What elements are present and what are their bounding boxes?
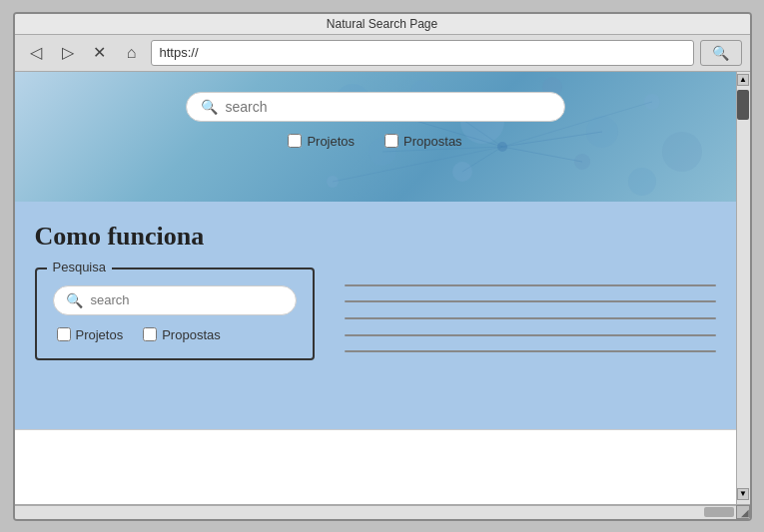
forward-icon: ▷ — [62, 43, 74, 62]
scrollbar-track[interactable]: ▲ ▼ — [736, 72, 750, 504]
back-icon: ◁ — [30, 43, 42, 62]
hero-checkboxes: Projetos Propostas — [186, 134, 565, 149]
deco-line-2 — [345, 300, 716, 302]
nav-search-button[interactable]: 🔍 — [700, 40, 742, 66]
browser-content: 🔍 Projetos Propostas — [15, 72, 750, 504]
panel-propostas-checkbox[interactable] — [143, 327, 157, 341]
hero-projetos-label: Projetos — [307, 134, 355, 149]
svg-point-6 — [662, 132, 702, 172]
panel-checkbox-projetos[interactable]: Projetos — [57, 327, 124, 342]
close-icon: ✕ — [93, 43, 106, 62]
panel-search-box: 🔍 — [53, 285, 297, 315]
hero-propostas-checkbox[interactable] — [384, 134, 398, 148]
hero-propostas-label: Propostas — [403, 134, 462, 149]
nav-search-icon: 🔍 — [712, 45, 729, 61]
hero-banner: 🔍 Projetos Propostas — [15, 72, 736, 202]
panel-checkboxes: Projetos Propostas — [53, 327, 297, 342]
deco-line-4 — [345, 334, 716, 336]
h-scrollbar[interactable] — [15, 505, 736, 519]
nav-bar: ◁ ▷ ✕ ⌂ 🔍 — [15, 35, 750, 72]
lines-decoration — [345, 267, 716, 360]
browser-window: Natural Search Page ◁ ▷ ✕ ⌂ 🔍 — [13, 12, 752, 521]
title-bar: Natural Search Page — [15, 14, 750, 35]
deco-line-3 — [345, 317, 716, 319]
hero-search-input[interactable] — [226, 99, 550, 115]
scrollbar-bottom: ▼ — [737, 488, 749, 504]
page-title: Natural Search Page — [327, 17, 437, 31]
panel-projetos-checkbox[interactable] — [57, 327, 71, 341]
resize-corner[interactable] — [736, 505, 750, 519]
url-input[interactable] — [151, 40, 694, 66]
panel-search-icon: 🔍 — [66, 292, 83, 308]
panel-propostas-label: Propostas — [162, 327, 221, 342]
home-button[interactable]: ⌂ — [119, 40, 145, 66]
scrollbar-up-arrow[interactable]: ▲ — [737, 74, 749, 86]
forward-button[interactable]: ▷ — [55, 40, 81, 66]
page-content: 🔍 Projetos Propostas — [15, 72, 736, 504]
deco-line-5 — [345, 350, 716, 352]
hero-projetos-checkbox[interactable] — [288, 134, 302, 148]
bottom-bar — [15, 504, 750, 519]
home-icon: ⌂ — [127, 44, 137, 62]
close-button[interactable]: ✕ — [87, 40, 113, 66]
main-section: Como funciona Pesquisa 🔍 Projetos — [15, 202, 736, 429]
h-scrollbar-thumb[interactable] — [704, 507, 734, 517]
bottom-area — [15, 429, 736, 504]
svg-point-10 — [628, 168, 656, 196]
section-title: Como funciona — [35, 222, 716, 252]
deco-line-1 — [345, 284, 716, 286]
panel-search-input[interactable] — [91, 292, 284, 307]
panel-projetos-label: Projetos — [76, 327, 124, 342]
svg-line-20 — [333, 147, 502, 182]
hero-search-icon: 🔍 — [201, 99, 218, 115]
scrollbar-thumb[interactable] — [737, 90, 749, 120]
hero-search-container: 🔍 Projetos Propostas — [186, 92, 565, 149]
back-button[interactable]: ◁ — [23, 40, 49, 66]
section-content: Pesquisa 🔍 Projetos — [35, 267, 716, 360]
search-panel: Pesquisa 🔍 Projetos — [35, 267, 315, 360]
hero-search-box: 🔍 — [186, 92, 565, 122]
panel-legend: Pesquisa — [47, 260, 112, 274]
hero-checkbox-projetos[interactable]: Projetos — [288, 134, 355, 149]
scrollbar-down-arrow[interactable]: ▼ — [737, 488, 749, 500]
hero-checkbox-propostas[interactable]: Propostas — [384, 134, 462, 149]
panel-checkbox-propostas[interactable]: Propostas — [143, 327, 221, 342]
svg-line-17 — [502, 147, 582, 162]
